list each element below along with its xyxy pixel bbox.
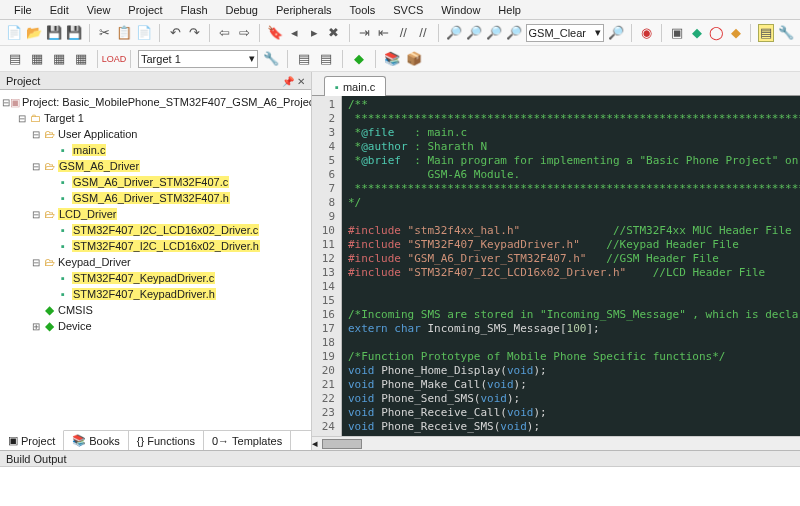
copy-icon[interactable]: 📋 — [116, 24, 132, 42]
editor-hscroll[interactable]: ◂ — [312, 436, 800, 450]
pin-icon[interactable]: 📌 — [282, 76, 294, 87]
bottom-tab-project[interactable]: ▣Project — [0, 430, 64, 450]
tree-item[interactable]: ⊟🗁LCD_Driver — [2, 206, 309, 222]
batch-build-icon[interactable]: ▦ — [72, 50, 90, 68]
tree-item[interactable]: ▪STM32F407_I2C_LCD16x02_Driver.h — [2, 238, 309, 254]
tree-item[interactable]: ◆CMSIS — [2, 302, 309, 318]
comment-icon[interactable]: // — [396, 24, 412, 42]
debug-icon[interactable]: ◉ — [639, 24, 655, 42]
pack-icon[interactable]: 📦 — [405, 50, 423, 68]
tool1-icon[interactable]: ▣ — [669, 24, 685, 42]
menu-tools[interactable]: Tools — [342, 2, 384, 17]
tree-item[interactable]: ⊞◆Device — [2, 318, 309, 334]
twist-icon[interactable]: ⊞ — [30, 321, 42, 332]
target-combo[interactable]: Target 1 ▾ — [138, 50, 258, 68]
indent-icon[interactable]: ⇥ — [357, 24, 373, 42]
menu-file[interactable]: File — [6, 2, 40, 17]
tree-item[interactable]: ▪GSM_A6_Driver_STM32F407.h — [2, 190, 309, 206]
tab-label: Project — [21, 435, 55, 447]
find-icon3[interactable]: 🔎 — [486, 24, 502, 42]
search-combo[interactable]: GSM_Clear ▾ — [526, 24, 604, 42]
tree-item[interactable]: ⊟🗁User Application — [2, 126, 309, 142]
twist-icon[interactable]: ⊟ — [30, 161, 42, 172]
options-icon[interactable]: 🔧 — [262, 50, 280, 68]
open-file-icon[interactable]: 📂 — [26, 24, 42, 42]
file-tab-main[interactable]: ▪ main.c — [324, 76, 386, 96]
save-all-icon[interactable]: 💾 — [66, 24, 82, 42]
download-icon[interactable]: LOAD — [105, 50, 123, 68]
bottom-tab-functions[interactable]: {}Functions — [129, 431, 204, 450]
project-panel-header: Project 📌 ✕ — [0, 72, 311, 90]
tool5-icon[interactable]: ▤ — [758, 24, 774, 42]
outdent-icon[interactable]: ⇤ — [376, 24, 392, 42]
menu-help[interactable]: Help — [490, 2, 529, 17]
menu-project[interactable]: Project — [120, 2, 170, 17]
manage-icon[interactable]: ▤ — [295, 50, 313, 68]
find-icon1[interactable]: 🔎 — [446, 24, 462, 42]
manage2-icon[interactable]: ▤ — [317, 50, 335, 68]
close-panel-icon[interactable]: ✕ — [297, 76, 305, 87]
bookmark-prev-icon[interactable]: ◂ — [287, 24, 303, 42]
redo-icon[interactable]: ↷ — [187, 24, 203, 42]
tree-icon: ▪ — [56, 175, 70, 189]
menu-view[interactable]: View — [79, 2, 119, 17]
translate-icon[interactable]: ▤ — [6, 50, 24, 68]
nav-fwd-icon[interactable]: ⇨ — [237, 24, 253, 42]
rebuild-icon[interactable]: ▦ — [50, 50, 68, 68]
config-icon[interactable]: 🔧 — [778, 24, 794, 42]
tree-item[interactable]: ⊟🗀Target 1 — [2, 110, 309, 126]
find-icon2[interactable]: 🔎 — [466, 24, 482, 42]
find-icon4[interactable]: 🔎 — [506, 24, 522, 42]
twist-icon[interactable]: ⊟ — [2, 97, 10, 108]
twist-icon[interactable]: ⊟ — [30, 209, 42, 220]
books-icon[interactable]: 📚 — [383, 50, 401, 68]
bookmark-icon[interactable]: 🔖 — [267, 24, 283, 42]
bottom-tab-books[interactable]: 📚Books — [64, 431, 129, 450]
menu-edit[interactable]: Edit — [42, 2, 77, 17]
tree-item[interactable]: ▪main.c — [2, 142, 309, 158]
new-file-icon[interactable]: 📄 — [6, 24, 22, 42]
tool4-icon[interactable]: ◆ — [728, 24, 744, 42]
twist-icon[interactable]: ⊟ — [16, 113, 28, 124]
save-icon[interactable]: 💾 — [46, 24, 62, 42]
code-editor[interactable]: 1234567891011121314151617181920212223242… — [312, 96, 800, 436]
arrow-left-icon[interactable]: ◂ — [312, 437, 318, 450]
cut-icon[interactable]: ✂ — [97, 24, 113, 42]
tool3-icon[interactable]: ◯ — [708, 24, 724, 42]
tree-icon: 🗁 — [42, 207, 56, 221]
undo-icon[interactable]: ↶ — [167, 24, 183, 42]
bookmark-next-icon[interactable]: ▸ — [307, 24, 323, 42]
find-next-icon[interactable]: 🔎 — [608, 24, 624, 42]
project-panel-title: Project — [6, 75, 40, 87]
scroll-thumb[interactable] — [322, 439, 362, 449]
menu-peripherals[interactable]: Peripherals — [268, 2, 340, 17]
menu-flash[interactable]: Flash — [173, 2, 216, 17]
menu-svcs[interactable]: SVCS — [385, 2, 431, 17]
tree-item[interactable]: ⊟▣Project: Basic_MobilePhone_STM32F407_G… — [2, 94, 309, 110]
bookmark-clear-icon[interactable]: ✖ — [326, 24, 342, 42]
tree-item[interactable]: ▪STM32F407_KeypadDriver.c — [2, 270, 309, 286]
build-icon[interactable]: ▦ — [28, 50, 46, 68]
tab-icon: {} — [137, 435, 144, 447]
rte-icon[interactable]: ◆ — [350, 50, 368, 68]
tree-label: GSM_A6_Driver_STM32F407.h — [72, 192, 230, 204]
code-body[interactable]: /** ************************************… — [342, 96, 800, 436]
tree-label: Target 1 — [44, 112, 84, 124]
build-output-body[interactable] — [0, 466, 800, 506]
nav-back-icon[interactable]: ⇦ — [217, 24, 233, 42]
tree-item[interactable]: ▪STM32F407_KeypadDriver.h — [2, 286, 309, 302]
bottom-tab-templates[interactable]: 0→Templates — [204, 431, 291, 450]
tree-item[interactable]: ⊟🗁Keypad_Driver — [2, 254, 309, 270]
uncomment-icon[interactable]: // — [415, 24, 431, 42]
tree-item[interactable]: ▪GSM_A6_Driver_STM32F407.c — [2, 174, 309, 190]
tree-label: GSM_A6_Driver — [58, 160, 140, 172]
project-tree[interactable]: ⊟▣Project: Basic_MobilePhone_STM32F407_G… — [0, 90, 311, 430]
tree-item[interactable]: ⊟🗁GSM_A6_Driver — [2, 158, 309, 174]
menu-debug[interactable]: Debug — [218, 2, 266, 17]
twist-icon[interactable]: ⊟ — [30, 129, 42, 140]
tool2-icon[interactable]: ◆ — [689, 24, 705, 42]
menu-window[interactable]: Window — [433, 2, 488, 17]
tree-item[interactable]: ▪STM32F407_I2C_LCD16x02_Driver.c — [2, 222, 309, 238]
paste-icon[interactable]: 📄 — [136, 24, 152, 42]
twist-icon[interactable]: ⊟ — [30, 257, 42, 268]
